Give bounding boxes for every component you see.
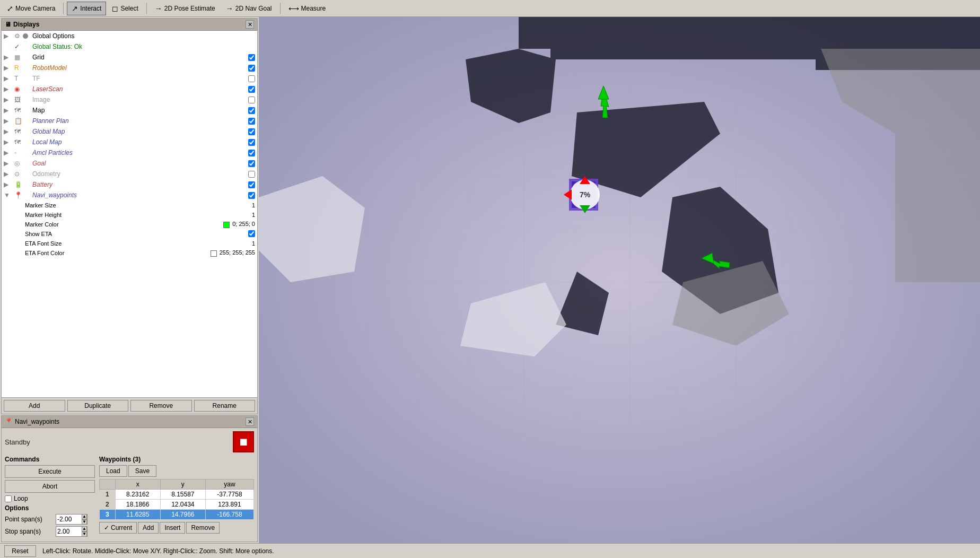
- move-camera-button[interactable]: ⤢ Move Camera: [2, 2, 60, 15]
- tree-item-map[interactable]: ▶ 🗺 Map: [2, 105, 257, 116]
- item-label: Amcl Particles: [31, 149, 248, 156]
- 2d-pose-button[interactable]: → 2D Pose Estimate: [150, 2, 220, 15]
- add-display-button[interactable]: Add: [4, 400, 65, 412]
- rename-display-button[interactable]: Rename: [194, 400, 256, 412]
- amcl-checkbox[interactable]: [248, 150, 255, 156]
- item-label: Planner Plan: [31, 117, 248, 125]
- item-icon: T: [14, 75, 23, 82]
- point-span-up[interactable]: ▲: [82, 514, 87, 519]
- save-waypoints-button[interactable]: Save: [128, 465, 156, 477]
- point-span-field[interactable]: [57, 516, 82, 523]
- table-row[interactable]: 1 8.23162 8.15587 -37.7758: [100, 490, 254, 500]
- select-button[interactable]: ◻ Select: [107, 2, 143, 15]
- navi-body: Standby ⏹ Commands Execute Abort Loop: [2, 428, 257, 542]
- item-icon: 🗺: [14, 128, 23, 135]
- col-x-header: x: [115, 479, 160, 490]
- expand-icon: ▶: [4, 96, 14, 103]
- checkmark-icon: ✓: [104, 524, 109, 531]
- item-icon: ◎: [14, 160, 23, 167]
- tree-item-global-options[interactable]: ▶ ⚙ Global Options: [2, 31, 257, 41]
- insert-waypoint-button[interactable]: Insert: [160, 522, 185, 534]
- row-x: 11.6285: [115, 510, 160, 520]
- row-x: 8.23162: [115, 490, 160, 500]
- item-label: RobotModel: [31, 64, 248, 72]
- tree-item-grid[interactable]: ▶ ▦ Grid: [2, 52, 257, 63]
- tree-item-odometry[interactable]: ▶ ⊙ Odometry: [2, 169, 257, 179]
- load-waypoints-button[interactable]: Load: [99, 465, 127, 477]
- global-map-checkbox[interactable]: [248, 128, 255, 135]
- tree-item-battery[interactable]: ▶ 🔋 Battery: [2, 179, 257, 190]
- emergency-stop-button[interactable]: ⏹: [233, 431, 254, 452]
- expand-icon: ▶: [4, 138, 14, 146]
- navi-panel-close-button[interactable]: ✕: [246, 417, 254, 426]
- item-label: LaserScan: [31, 85, 248, 93]
- interact-button[interactable]: ↗ Interact: [67, 2, 106, 15]
- options-section: Options Point span(s) ▲ ▼: [5, 504, 95, 537]
- planner-plan-checkbox[interactable]: [248, 118, 255, 125]
- item-icon: 🗺: [14, 107, 23, 114]
- tree-item-planner-plan[interactable]: ▶ 📋 Planner Plan: [2, 116, 257, 126]
- subitem-value: 1: [252, 202, 255, 208]
- subitem-eta-font-color: ETA Font Color 255; 255; 255: [2, 248, 257, 258]
- tree-item-local-map[interactable]: ▶ 🗺 Local Map: [2, 137, 257, 147]
- tree-item-amcl[interactable]: ▶ ◦ Amcl Particles: [2, 147, 257, 158]
- point-span-down[interactable]: ▼: [82, 519, 87, 525]
- item-icon: R: [14, 64, 23, 72]
- reset-button[interactable]: Reset: [4, 545, 36, 557]
- robotmodel-checkbox[interactable]: [248, 65, 255, 72]
- tree-item-goal[interactable]: ▶ ◎ Goal: [2, 158, 257, 169]
- tree-item-image[interactable]: ▶ 🖼 Image: [2, 94, 257, 105]
- measure-button[interactable]: ⟷ Measure: [284, 2, 331, 15]
- tree-item-global-map[interactable]: ▶ 🗺 Global Map: [2, 126, 257, 137]
- table-row-selected[interactable]: 3 11.6285 14.7966 -166.758: [100, 510, 254, 520]
- goal-checkbox[interactable]: [248, 160, 255, 167]
- point-span-input[interactable]: ▲ ▼: [56, 514, 88, 525]
- tree-item-navi-waypoints[interactable]: ▼ 📍 Navi_waypoints: [2, 190, 257, 200]
- grid-checkbox[interactable]: [248, 54, 255, 61]
- show-eta-checkbox[interactable]: [248, 230, 255, 237]
- select-icon: ◻: [112, 4, 118, 13]
- image-checkbox[interactable]: [248, 97, 255, 103]
- add-waypoint-button[interactable]: Add: [138, 522, 159, 534]
- navi-panel: 📍 Navi_waypoints ✕ Standby ⏹ Commands: [1, 415, 258, 542]
- abort-button[interactable]: Abort: [5, 480, 95, 493]
- current-waypoint-button[interactable]: ✓ Current: [99, 522, 137, 534]
- measure-icon: ⟷: [288, 4, 299, 13]
- expand-icon: ▶: [4, 128, 14, 135]
- 2d-nav-button[interactable]: → 2D Nav Goal: [221, 2, 277, 15]
- displays-title: 🖥 Displays: [5, 21, 39, 28]
- tree-item-robotmodel[interactable]: ▶ R RobotModel: [2, 63, 257, 73]
- battery-checkbox[interactable]: [248, 181, 255, 188]
- stop-span-field[interactable]: [57, 528, 82, 535]
- remove-waypoint-button[interactable]: Remove: [186, 522, 220, 534]
- 2d-pose-icon: →: [155, 4, 162, 13]
- point-span-label: Point span(s): [5, 516, 52, 523]
- tree-item-global-status[interactable]: ✓ Global Status: Ok: [2, 41, 257, 52]
- stop-span-up[interactable]: ▲: [82, 526, 87, 531]
- close-icon: ✕: [248, 21, 252, 28]
- navi-panel-icon: 📍: [5, 418, 13, 425]
- stop-span-input[interactable]: ▲ ▼: [56, 526, 88, 537]
- odometry-checkbox[interactable]: [248, 171, 255, 178]
- loop-checkbox[interactable]: [5, 495, 12, 502]
- tree-item-tf[interactable]: ▶ T TF: [2, 73, 257, 84]
- remove-display-button[interactable]: Remove: [130, 400, 192, 412]
- table-row[interactable]: 2 18.1866 12.0434 123.891: [100, 500, 254, 510]
- tf-checkbox[interactable]: [248, 75, 255, 82]
- local-map-checkbox[interactable]: [248, 139, 255, 146]
- map-view[interactable]: 7%: [259, 17, 980, 543]
- item-icon: ⚙: [14, 32, 23, 40]
- navi-waypoints-checkbox[interactable]: [248, 192, 255, 199]
- tree-item-laserscan[interactable]: ▶ ◉ LaserScan: [2, 84, 257, 94]
- item-label: TF: [31, 75, 248, 82]
- stop-span-down[interactable]: ▼: [82, 531, 87, 537]
- item-icon: 📍: [14, 191, 23, 199]
- map-checkbox[interactable]: [248, 107, 255, 114]
- laserscan-checkbox[interactable]: [248, 86, 255, 93]
- expand-icon: ▶: [4, 64, 14, 72]
- stop-span-row: Stop span(s) ▲ ▼: [5, 526, 95, 537]
- duplicate-display-button[interactable]: Duplicate: [67, 400, 129, 412]
- row-yaw: -166.758: [205, 510, 253, 520]
- displays-close-button[interactable]: ✕: [246, 20, 254, 29]
- execute-button[interactable]: Execute: [5, 465, 95, 478]
